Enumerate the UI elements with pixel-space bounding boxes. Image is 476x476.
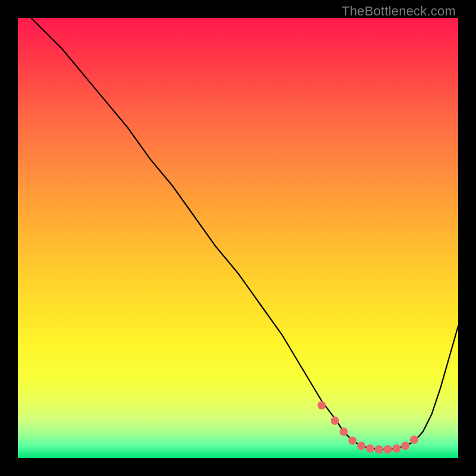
optimal-marker (340, 428, 348, 436)
optimal-marker (392, 444, 400, 453)
chart-svg (18, 18, 458, 458)
optimal-marker (366, 444, 374, 453)
watermark-text: TheBottleneck.com (342, 4, 456, 19)
optimal-marker (357, 441, 365, 450)
optimal-marker (318, 401, 326, 409)
chart-frame (18, 18, 458, 458)
optimal-marker (401, 441, 409, 450)
bottleneck-curve (31, 18, 458, 449)
optimal-zone-markers (318, 401, 418, 453)
optimal-marker (375, 445, 383, 453)
optimal-marker (410, 436, 418, 444)
optimal-marker (348, 436, 356, 444)
optimal-marker (384, 445, 392, 453)
optimal-marker (331, 416, 339, 425)
